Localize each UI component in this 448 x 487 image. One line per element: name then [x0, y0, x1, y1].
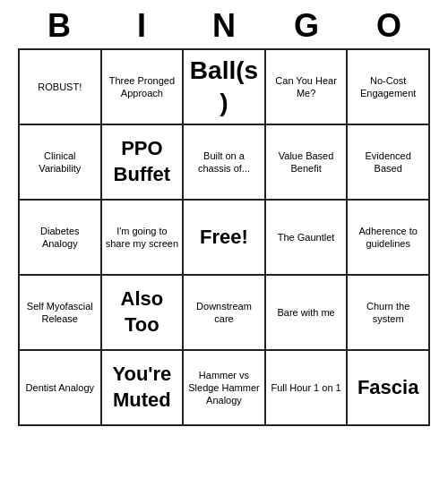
cell-3-4[interactable]: Churn the system	[346, 276, 428, 349]
cell-3-2[interactable]: Downstream care	[182, 276, 264, 349]
bingo-grid: ROBUST!Three Pronged ApproachBall(s)Can …	[18, 48, 430, 426]
cell-0-4[interactable]: No-Cost Engagement	[346, 50, 428, 124]
cell-3-3[interactable]: Bare with me	[264, 276, 347, 349]
cell-4-4[interactable]: Fascia	[346, 351, 428, 424]
bingo-row-0: ROBUST!Three Pronged ApproachBall(s)Can …	[20, 50, 428, 124]
cell-2-3[interactable]: The Gauntlet	[264, 201, 347, 274]
cell-2-4[interactable]: Adherence to guidelines	[346, 201, 428, 274]
cell-2-0[interactable]: Diabetes Analogy	[20, 201, 100, 274]
cell-4-3[interactable]: Full Hour 1 on 1	[264, 351, 347, 424]
bingo-title: B I N G O	[18, 0, 430, 48]
title-n: N	[197, 7, 251, 45]
cell-4-1[interactable]: You're Muted	[100, 351, 183, 424]
cell-3-1[interactable]: Also Too	[100, 276, 183, 349]
cell-1-3[interactable]: Value Based Benefit	[264, 125, 347, 199]
cell-1-0[interactable]: Clinical Variability	[20, 125, 100, 199]
title-b: B	[32, 7, 86, 45]
bingo-row-4: Dentist AnalogyYou're MutedHammer vs Sle…	[20, 349, 428, 424]
cell-4-0[interactable]: Dentist Analogy	[20, 351, 100, 424]
cell-4-2[interactable]: Hammer vs Sledge Hammer Analogy	[182, 351, 264, 424]
cell-1-1[interactable]: PPO Buffet	[100, 125, 183, 199]
title-g: G	[280, 7, 333, 45]
title-o: O	[362, 7, 416, 45]
cell-1-2[interactable]: Built on a chassis of...	[182, 125, 264, 199]
bingo-row-2: Diabetes AnalogyI'm going to share my sc…	[20, 199, 428, 274]
bingo-row-3: Self Myofascial ReleaseAlso TooDownstrea…	[20, 274, 428, 349]
title-i: I	[115, 7, 168, 45]
bingo-row-1: Clinical VariabilityPPO BuffetBuilt on a…	[20, 124, 428, 199]
cell-0-0[interactable]: ROBUST!	[20, 50, 100, 124]
cell-2-1[interactable]: I'm going to share my screen	[100, 201, 183, 274]
cell-0-1[interactable]: Three Pronged Approach	[100, 50, 183, 124]
cell-0-2[interactable]: Ball(s)	[182, 50, 264, 124]
cell-3-0[interactable]: Self Myofascial Release	[20, 276, 100, 349]
cell-1-4[interactable]: Evidenced Based	[346, 125, 428, 199]
cell-0-3[interactable]: Can You Hear Me?	[264, 50, 347, 124]
cell-2-2[interactable]: Free!	[182, 201, 264, 274]
